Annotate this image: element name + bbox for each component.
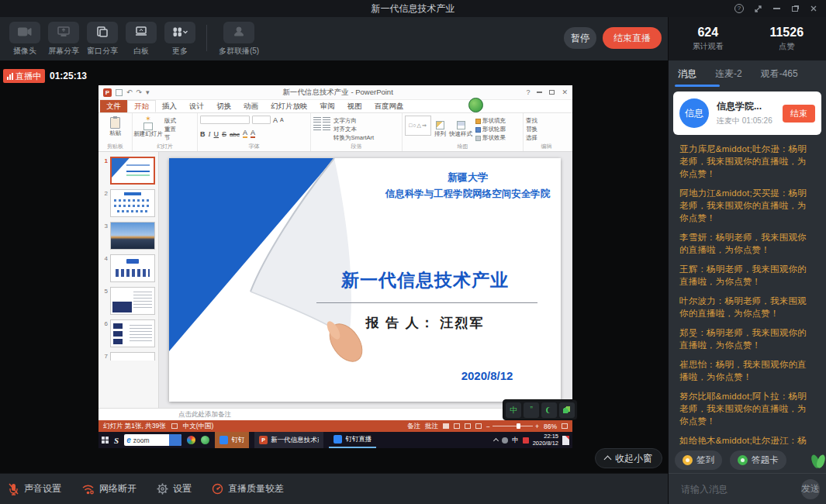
grow-font-icon[interactable]: A — [273, 116, 278, 124]
shape-effects-button[interactable]: 形状效果 — [475, 134, 506, 142]
text-direction-button[interactable]: 文字方向 — [334, 117, 374, 125]
moon-icon[interactable] — [541, 402, 557, 418]
notes-toggle[interactable]: 备注 — [407, 422, 420, 431]
undo-icon[interactable]: ↶ — [126, 89, 133, 96]
message-input[interactable] — [681, 484, 801, 495]
settings-button[interactable]: 设置 — [157, 482, 192, 495]
send-button[interactable]: 发送 — [801, 479, 820, 499]
zoom-slider[interactable]: −+ — [486, 423, 539, 430]
comments-toggle[interactable]: 批注 — [425, 422, 438, 431]
ppt-tab-design[interactable]: 设计 — [183, 100, 210, 112]
ppt-tab-home[interactable]: 开始 — [127, 100, 156, 112]
end-live-button[interactable]: 结束直播 — [603, 27, 662, 49]
ppt-tab-slideshow[interactable]: 幻灯片放映 — [264, 100, 314, 112]
current-slide[interactable]: 新疆大学 信息科学与工程学院网络空间安全学院 新一代信息技术产业 报 告 人： … — [169, 158, 561, 402]
find-button[interactable]: 查找 — [526, 117, 537, 125]
slide-thumbnail[interactable]: 7 — [98, 350, 158, 361]
ime-indicator[interactable]: 中 — [512, 436, 519, 445]
maximize-icon[interactable] — [790, 4, 800, 13]
zoom-level[interactable]: 86% — [544, 423, 557, 430]
ppt-tab-view[interactable]: 视图 — [341, 100, 368, 112]
whiteboard-button[interactable]: 白板 — [123, 22, 160, 57]
tab-viewers[interactable]: 观看-465 — [761, 67, 798, 81]
ime-cn-icon[interactable]: 中 — [506, 402, 521, 418]
char-spacing-icon[interactable]: A — [243, 129, 247, 138]
ppt-help-icon[interactable]: ? — [526, 88, 530, 96]
align-text-button[interactable]: 对齐文本 — [334, 126, 374, 133]
slide-thumbnail[interactable]: 3 — [98, 220, 158, 253]
slide-thumbnail[interactable]: 4 — [98, 253, 158, 285]
taskbar-search[interactable]: e zoom — [124, 434, 181, 446]
scale-icon[interactable] — [753, 4, 762, 13]
ppt-tab-animations[interactable]: 动画 — [237, 100, 264, 112]
ppt-tab-insert[interactable]: 插入 — [156, 100, 183, 112]
align-icons[interactable] — [313, 117, 330, 131]
checkin-button[interactable]: 签到 — [675, 450, 722, 470]
screen-share-button[interactable]: 屏幕分享 — [45, 22, 82, 57]
taskbar-app-powerpoint[interactable]: P 新一代信息技术产... — [254, 432, 323, 448]
section-button[interactable]: 节 — [164, 134, 176, 142]
shape-fill-button[interactable]: 形状填充 — [475, 117, 506, 125]
slide-thumbnail[interactable]: 6 — [98, 318, 158, 350]
slide-thumbnail[interactable]: 1 — [98, 155, 158, 188]
pinwheel-app-icon[interactable] — [187, 436, 195, 444]
reset-button[interactable]: 重置 — [164, 126, 176, 133]
start-button-icon[interactable] — [102, 437, 109, 444]
italic-button[interactable]: I — [209, 130, 211, 138]
ppt-tab-review[interactable]: 审阅 — [314, 100, 341, 112]
slide-thumbnail[interactable]: 2 — [98, 188, 158, 220]
replace-button[interactable]: 替换 — [526, 126, 537, 133]
slide-thumbnail[interactable]: 5 — [98, 285, 158, 318]
strike-button[interactable]: S — [222, 130, 226, 138]
window-share-button[interactable]: 窗口分享 — [84, 22, 121, 57]
normal-view-icon[interactable] — [443, 423, 449, 429]
quick-styles-button[interactable]: 快速样式 — [449, 116, 472, 143]
ppt-tab-transitions[interactable]: 切换 — [210, 100, 237, 112]
ppt-close-icon[interactable]: ✕ — [562, 88, 568, 96]
slideshow-view-icon[interactable] — [475, 423, 482, 429]
search-go-button[interactable] — [169, 434, 181, 446]
font-size-box[interactable] — [252, 116, 271, 124]
select-button[interactable]: 选择 — [526, 134, 537, 142]
tray-expand-icon[interactable] — [493, 438, 499, 444]
taskbar-app-dinglive[interactable]: 钉钉直播 — [329, 432, 376, 448]
help-icon[interactable]: ? — [734, 4, 744, 13]
close-icon[interactable] — [809, 4, 818, 13]
smartart-button[interactable]: 转换为SmartArt — [334, 134, 374, 142]
fit-window-icon[interactable] — [562, 423, 568, 429]
tab-messages[interactable]: 消息 — [678, 67, 696, 81]
taskbar-clock[interactable]: 22:15 2020/8/12 — [533, 433, 558, 447]
s-app-icon[interactable]: S — [114, 436, 119, 445]
shapes-gallery[interactable]: □○△⇒ — [405, 116, 431, 136]
notes-pane[interactable]: 点击此处添加备注 — [98, 408, 572, 420]
new-slide-button[interactable]: 新建幻灯片 — [133, 130, 163, 138]
ppt-restore-icon[interactable] — [549, 90, 555, 95]
bold-button[interactable]: B — [200, 130, 206, 138]
sound-settings-button[interactable]: 声音设置 — [8, 482, 61, 495]
green-app-icon[interactable] — [201, 436, 209, 444]
clear-format-button[interactable]: abc — [230, 131, 240, 138]
stream-quality-button[interactable]: 直播质量较差 — [212, 482, 284, 495]
network-status-button[interactable]: 网络断开 — [81, 482, 137, 495]
quiz-card-button[interactable]: 答题卡 — [730, 450, 786, 470]
tab-mic-connect[interactable]: 连麦-2 — [715, 67, 742, 81]
tray-red-icon[interactable] — [523, 437, 529, 444]
ppt-tab-addin[interactable]: 百度网盘 — [368, 100, 410, 112]
taskbar-app-dingtalk[interactable]: 钉钉 — [215, 432, 249, 448]
collapse-window-button[interactable]: 收起小窗 — [595, 448, 662, 468]
end-mic-button[interactable]: 结束 — [783, 105, 815, 123]
ppt-minimize-icon[interactable] — [537, 91, 542, 93]
camera-button[interactable]: 摄像头 — [6, 22, 43, 57]
font-color-icon[interactable]: A — [251, 129, 255, 138]
multicast-button[interactable]: 多群联播(5) — [215, 22, 263, 57]
minimize-icon[interactable] — [772, 4, 781, 13]
paste-label[interactable]: 粘贴 — [109, 129, 121, 137]
shrink-font-icon[interactable]: A — [280, 117, 284, 123]
font-name-box[interactable] — [200, 116, 250, 124]
chat-message-list[interactable]: 亚力库尼&middot;吐尔逊：杨明老师，我来围观你的直播啦，为你点赞！阿地力江… — [669, 135, 826, 447]
arrange-button[interactable]: 排列 — [434, 116, 446, 143]
desktop-pendant-icon[interactable] — [468, 98, 483, 112]
ppt-tab-file[interactable]: 文件 — [100, 100, 127, 112]
ime-punct-icon[interactable]: ” — [524, 402, 539, 418]
shape-outline-button[interactable]: 形状轮廓 — [475, 126, 506, 133]
